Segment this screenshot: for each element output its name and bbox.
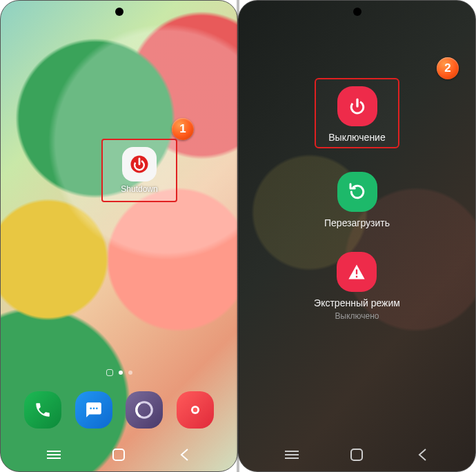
- android-nav-bar: [239, 438, 475, 471]
- nav-back-button[interactable]: [177, 447, 192, 462]
- browser-icon: [134, 400, 155, 420]
- emergency-icon: [337, 252, 377, 292]
- power-menu-list: Выключение Перезагрузить Экстренный режи…: [239, 78, 475, 321]
- phone-power-menu: 2 Выключение Перезагрузить: [238, 0, 476, 472]
- dock-browser-app[interactable]: [126, 391, 163, 429]
- restart-icon: [337, 172, 377, 212]
- emergency-sub-label: Выключено: [335, 311, 379, 321]
- page-dot[interactable]: [119, 371, 123, 375]
- annotation-badge-2: 2: [437, 57, 459, 79]
- page-dot[interactable]: [128, 371, 132, 375]
- emergency-label: Экстренный режим: [314, 297, 400, 308]
- annotation-badge-1: 1: [172, 118, 194, 140]
- nav-back-button[interactable]: [415, 447, 430, 462]
- nav-home-button[interactable]: [111, 447, 126, 462]
- dock-messages-app[interactable]: [75, 391, 112, 429]
- phone-icon: [34, 401, 52, 419]
- camera-icon: [187, 402, 204, 418]
- power-off-icon: [337, 86, 377, 126]
- svg-point-9: [193, 408, 197, 412]
- nav-recent-button[interactable]: [46, 447, 61, 462]
- messages-icon: [85, 401, 103, 419]
- nav-home-button[interactable]: [349, 447, 364, 462]
- shutdown-app-highlight[interactable]: Shutdown: [101, 139, 177, 202]
- restart-label: Перезагрузить: [324, 217, 390, 228]
- dock-phone-app[interactable]: [24, 391, 61, 429]
- dock-camera-app[interactable]: [177, 391, 214, 429]
- emergency-mode-option[interactable]: Экстренный режим Выключено: [314, 252, 400, 321]
- svg-point-5: [96, 407, 98, 409]
- restart-option[interactable]: Перезагрузить: [324, 172, 390, 228]
- power-off-label: Выключение: [328, 132, 385, 143]
- camera-cutout: [353, 8, 361, 16]
- svg-point-3: [90, 407, 92, 409]
- shutdown-app-icon: [122, 147, 157, 181]
- svg-rect-13: [113, 449, 124, 460]
- svg-rect-19: [351, 449, 362, 460]
- shutdown-app-label: Shutdown: [121, 184, 157, 194]
- power-off-option[interactable]: Выключение: [315, 78, 399, 148]
- camera-cutout: [115, 8, 123, 16]
- phone-home-screen: Shutdown 1: [0, 0, 238, 472]
- page-indicator: [1, 371, 237, 376]
- page-dot-home[interactable]: [106, 369, 113, 376]
- android-nav-bar: [1, 438, 237, 471]
- svg-point-4: [92, 407, 95, 409]
- nav-recent-button[interactable]: [284, 447, 299, 462]
- dock: [1, 391, 237, 429]
